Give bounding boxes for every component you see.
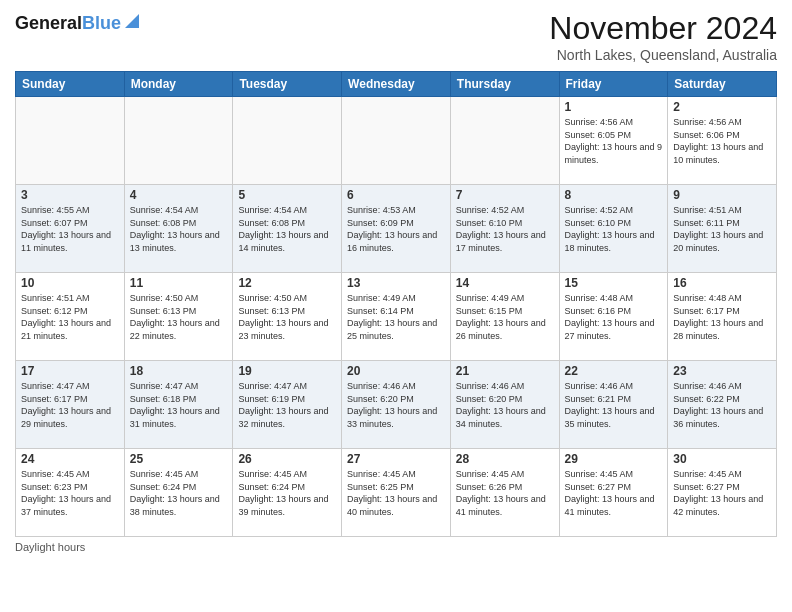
- calendar-cell: 12Sunrise: 4:50 AM Sunset: 6:13 PM Dayli…: [233, 273, 342, 361]
- calendar-cell: 23Sunrise: 4:46 AM Sunset: 6:22 PM Dayli…: [668, 361, 777, 449]
- title-area: November 2024 North Lakes, Queensland, A…: [549, 10, 777, 63]
- calendar-cell: 17Sunrise: 4:47 AM Sunset: 6:17 PM Dayli…: [16, 361, 125, 449]
- day-number: 21: [456, 364, 554, 378]
- calendar-cell: 21Sunrise: 4:46 AM Sunset: 6:20 PM Dayli…: [450, 361, 559, 449]
- day-number: 12: [238, 276, 336, 290]
- calendar-cell: 3Sunrise: 4:55 AM Sunset: 6:07 PM Daylig…: [16, 185, 125, 273]
- calendar-cell: 25Sunrise: 4:45 AM Sunset: 6:24 PM Dayli…: [124, 449, 233, 537]
- day-info: Sunrise: 4:45 AM Sunset: 6:26 PM Dayligh…: [456, 468, 554, 518]
- calendar-cell: 2Sunrise: 4:56 AM Sunset: 6:06 PM Daylig…: [668, 97, 777, 185]
- calendar-week-4: 17Sunrise: 4:47 AM Sunset: 6:17 PM Dayli…: [16, 361, 777, 449]
- day-number: 17: [21, 364, 119, 378]
- day-info: Sunrise: 4:48 AM Sunset: 6:16 PM Dayligh…: [565, 292, 663, 342]
- header: GeneralBlue November 2024 North Lakes, Q…: [15, 10, 777, 63]
- day-number: 7: [456, 188, 554, 202]
- calendar-cell: 19Sunrise: 4:47 AM Sunset: 6:19 PM Dayli…: [233, 361, 342, 449]
- calendar-cell: [450, 97, 559, 185]
- day-number: 8: [565, 188, 663, 202]
- day-info: Sunrise: 4:56 AM Sunset: 6:05 PM Dayligh…: [565, 116, 663, 166]
- day-info: Sunrise: 4:47 AM Sunset: 6:17 PM Dayligh…: [21, 380, 119, 430]
- day-info: Sunrise: 4:45 AM Sunset: 6:24 PM Dayligh…: [238, 468, 336, 518]
- calendar-cell: 4Sunrise: 4:54 AM Sunset: 6:08 PM Daylig…: [124, 185, 233, 273]
- day-info: Sunrise: 4:45 AM Sunset: 6:23 PM Dayligh…: [21, 468, 119, 518]
- day-number: 16: [673, 276, 771, 290]
- day-number: 15: [565, 276, 663, 290]
- day-info: Sunrise: 4:46 AM Sunset: 6:21 PM Dayligh…: [565, 380, 663, 430]
- calendar-cell: 7Sunrise: 4:52 AM Sunset: 6:10 PM Daylig…: [450, 185, 559, 273]
- day-info: Sunrise: 4:49 AM Sunset: 6:15 PM Dayligh…: [456, 292, 554, 342]
- day-number: 6: [347, 188, 445, 202]
- day-number: 13: [347, 276, 445, 290]
- day-number: 3: [21, 188, 119, 202]
- calendar-cell: 16Sunrise: 4:48 AM Sunset: 6:17 PM Dayli…: [668, 273, 777, 361]
- day-number: 27: [347, 452, 445, 466]
- day-info: Sunrise: 4:45 AM Sunset: 6:25 PM Dayligh…: [347, 468, 445, 518]
- day-number: 4: [130, 188, 228, 202]
- month-title: November 2024: [549, 10, 777, 47]
- day-info: Sunrise: 4:54 AM Sunset: 6:08 PM Dayligh…: [238, 204, 336, 254]
- day-info: Sunrise: 4:51 AM Sunset: 6:11 PM Dayligh…: [673, 204, 771, 254]
- day-number: 11: [130, 276, 228, 290]
- footer: Daylight hours: [15, 541, 777, 553]
- calendar-cell: 28Sunrise: 4:45 AM Sunset: 6:26 PM Dayli…: [450, 449, 559, 537]
- day-number: 20: [347, 364, 445, 378]
- day-number: 22: [565, 364, 663, 378]
- day-number: 9: [673, 188, 771, 202]
- calendar-cell: 13Sunrise: 4:49 AM Sunset: 6:14 PM Dayli…: [342, 273, 451, 361]
- day-info: Sunrise: 4:50 AM Sunset: 6:13 PM Dayligh…: [238, 292, 336, 342]
- day-info: Sunrise: 4:53 AM Sunset: 6:09 PM Dayligh…: [347, 204, 445, 254]
- day-info: Sunrise: 4:52 AM Sunset: 6:10 PM Dayligh…: [565, 204, 663, 254]
- calendar-week-3: 10Sunrise: 4:51 AM Sunset: 6:12 PM Dayli…: [16, 273, 777, 361]
- calendar-cell: [342, 97, 451, 185]
- calendar-cell: 20Sunrise: 4:46 AM Sunset: 6:20 PM Dayli…: [342, 361, 451, 449]
- day-info: Sunrise: 4:46 AM Sunset: 6:22 PM Dayligh…: [673, 380, 771, 430]
- calendar-cell: [233, 97, 342, 185]
- day-number: 1: [565, 100, 663, 114]
- day-number: 23: [673, 364, 771, 378]
- day-info: Sunrise: 4:47 AM Sunset: 6:18 PM Dayligh…: [130, 380, 228, 430]
- calendar-cell: 24Sunrise: 4:45 AM Sunset: 6:23 PM Dayli…: [16, 449, 125, 537]
- day-number: 10: [21, 276, 119, 290]
- col-wednesday: Wednesday: [342, 72, 451, 97]
- col-monday: Monday: [124, 72, 233, 97]
- day-info: Sunrise: 4:56 AM Sunset: 6:06 PM Dayligh…: [673, 116, 771, 166]
- day-number: 26: [238, 452, 336, 466]
- col-sunday: Sunday: [16, 72, 125, 97]
- day-number: 5: [238, 188, 336, 202]
- location: North Lakes, Queensland, Australia: [549, 47, 777, 63]
- calendar-cell: 10Sunrise: 4:51 AM Sunset: 6:12 PM Dayli…: [16, 273, 125, 361]
- day-info: Sunrise: 4:45 AM Sunset: 6:27 PM Dayligh…: [565, 468, 663, 518]
- day-number: 28: [456, 452, 554, 466]
- col-tuesday: Tuesday: [233, 72, 342, 97]
- day-info: Sunrise: 4:46 AM Sunset: 6:20 PM Dayligh…: [347, 380, 445, 430]
- logo-text-block: GeneralBlue: [15, 14, 141, 34]
- day-number: 24: [21, 452, 119, 466]
- logo: GeneralBlue: [15, 10, 141, 34]
- col-thursday: Thursday: [450, 72, 559, 97]
- calendar-cell: 8Sunrise: 4:52 AM Sunset: 6:10 PM Daylig…: [559, 185, 668, 273]
- calendar-cell: 26Sunrise: 4:45 AM Sunset: 6:24 PM Dayli…: [233, 449, 342, 537]
- day-number: 30: [673, 452, 771, 466]
- day-number: 2: [673, 100, 771, 114]
- calendar-cell: 27Sunrise: 4:45 AM Sunset: 6:25 PM Dayli…: [342, 449, 451, 537]
- calendar-cell: 11Sunrise: 4:50 AM Sunset: 6:13 PM Dayli…: [124, 273, 233, 361]
- calendar-cell: 15Sunrise: 4:48 AM Sunset: 6:16 PM Dayli…: [559, 273, 668, 361]
- day-info: Sunrise: 4:50 AM Sunset: 6:13 PM Dayligh…: [130, 292, 228, 342]
- day-info: Sunrise: 4:55 AM Sunset: 6:07 PM Dayligh…: [21, 204, 119, 254]
- calendar-week-1: 1Sunrise: 4:56 AM Sunset: 6:05 PM Daylig…: [16, 97, 777, 185]
- logo-label: GeneralBlue: [15, 14, 121, 34]
- calendar-week-2: 3Sunrise: 4:55 AM Sunset: 6:07 PM Daylig…: [16, 185, 777, 273]
- page: GeneralBlue November 2024 North Lakes, Q…: [0, 0, 792, 612]
- calendar-cell: 30Sunrise: 4:45 AM Sunset: 6:27 PM Dayli…: [668, 449, 777, 537]
- day-number: 18: [130, 364, 228, 378]
- day-info: Sunrise: 4:52 AM Sunset: 6:10 PM Dayligh…: [456, 204, 554, 254]
- calendar-cell: 5Sunrise: 4:54 AM Sunset: 6:08 PM Daylig…: [233, 185, 342, 273]
- calendar-cell: 9Sunrise: 4:51 AM Sunset: 6:11 PM Daylig…: [668, 185, 777, 273]
- calendar-cell: [124, 97, 233, 185]
- calendar-table: Sunday Monday Tuesday Wednesday Thursday…: [15, 71, 777, 537]
- day-info: Sunrise: 4:45 AM Sunset: 6:27 PM Dayligh…: [673, 468, 771, 518]
- logo-icon: [123, 12, 141, 30]
- day-info: Sunrise: 4:46 AM Sunset: 6:20 PM Dayligh…: [456, 380, 554, 430]
- calendar-cell: 22Sunrise: 4:46 AM Sunset: 6:21 PM Dayli…: [559, 361, 668, 449]
- day-info: Sunrise: 4:47 AM Sunset: 6:19 PM Dayligh…: [238, 380, 336, 430]
